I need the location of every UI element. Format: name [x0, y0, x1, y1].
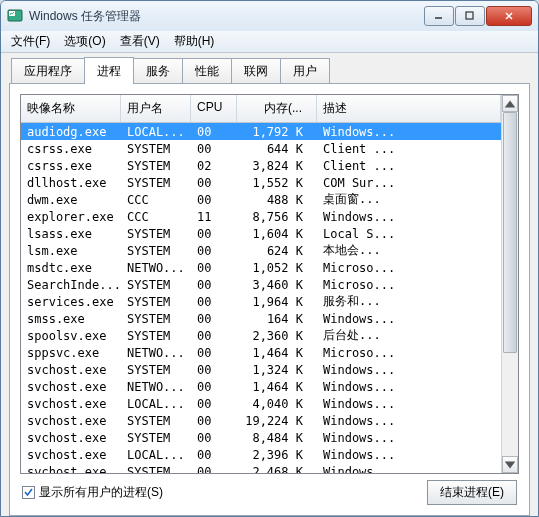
tab-processes[interactable]: 进程 — [84, 57, 134, 84]
table-row[interactable]: svchost.exeSYSTEM008,484 KWindows... — [21, 429, 501, 446]
col-memory[interactable]: 内存(... — [237, 95, 317, 122]
table-row[interactable]: sppsvc.exeNETWO...001,464 KMicroso... — [21, 344, 501, 361]
cell-desc: Client ... — [317, 158, 501, 174]
tab-users[interactable]: 用户 — [280, 58, 330, 83]
show-all-users-checkbox[interactable]: 显示所有用户的进程(S) — [22, 484, 163, 501]
cell-user: NETWO... — [121, 260, 191, 276]
cell-desc: 服务和... — [317, 292, 501, 311]
table-row[interactable]: svchost.exeLOCAL...002,396 KWindows... — [21, 446, 501, 463]
table-row[interactable]: lsass.exeSYSTEM001,604 KLocal S... — [21, 225, 501, 242]
cell-cpu: 00 — [191, 413, 237, 429]
table-row[interactable]: SearchInde...SYSTEM003,460 KMicroso... — [21, 276, 501, 293]
cell-img: csrss.exe — [21, 158, 121, 174]
cell-mem: 3,460 K — [237, 277, 317, 293]
cell-user: SYSTEM — [121, 158, 191, 174]
cell-desc: Windows... — [317, 362, 501, 378]
minimize-button[interactable] — [424, 6, 454, 26]
cell-cpu: 00 — [191, 311, 237, 327]
cell-desc: Windows... — [317, 430, 501, 446]
table-row[interactable]: dllhost.exeSYSTEM001,552 KCOM Sur... — [21, 174, 501, 191]
col-image-name[interactable]: 映像名称 — [21, 95, 121, 122]
table-row[interactable]: csrss.exeSYSTEM023,824 KClient ... — [21, 157, 501, 174]
cell-mem: 1,964 K — [237, 294, 317, 310]
table-row[interactable]: csrss.exeSYSTEM00644 KClient ... — [21, 140, 501, 157]
cell-img: audiodg.exe — [21, 124, 121, 140]
end-process-button[interactable]: 结束进程(E) — [427, 480, 517, 505]
cell-img: services.exe — [21, 294, 121, 310]
cell-cpu: 00 — [191, 243, 237, 259]
scroll-up-button[interactable] — [502, 95, 518, 112]
cell-desc: Windows... — [317, 413, 501, 429]
menu-file[interactable]: 文件(F) — [5, 31, 56, 52]
client-area: 应用程序 进程 服务 性能 联网 用户 映像名称 用户名 CPU 内存(... … — [1, 53, 538, 516]
table-row[interactable]: svchost.exeSYSTEM0019,224 KWindows... — [21, 412, 501, 429]
cell-desc: COM Sur... — [317, 175, 501, 191]
cell-img: msdtc.exe — [21, 260, 121, 276]
table-row[interactable]: audiodg.exeLOCAL...001,792 KWindows... — [21, 123, 501, 140]
table-row[interactable]: msdtc.exeNETWO...001,052 KMicroso... — [21, 259, 501, 276]
window-title: Windows 任务管理器 — [29, 8, 424, 25]
cell-mem: 488 K — [237, 192, 317, 208]
cell-user: SYSTEM — [121, 430, 191, 446]
scroll-thumb[interactable] — [503, 112, 517, 353]
tab-performance[interactable]: 性能 — [182, 58, 232, 83]
cell-desc: Windows... — [317, 124, 501, 140]
table-row[interactable]: services.exeSYSTEM001,964 K服务和... — [21, 293, 501, 310]
cell-cpu: 00 — [191, 175, 237, 191]
cell-user: SYSTEM — [121, 413, 191, 429]
svg-rect-3 — [466, 12, 473, 19]
cell-user: SYSTEM — [121, 294, 191, 310]
cell-user: SYSTEM — [121, 328, 191, 344]
cell-user: SYSTEM — [121, 362, 191, 378]
cell-user: CCC — [121, 209, 191, 225]
cell-user: SYSTEM — [121, 277, 191, 293]
menu-view[interactable]: 查看(V) — [114, 31, 166, 52]
table-row[interactable]: dwm.exeCCC00488 K桌面窗... — [21, 191, 501, 208]
vertical-scrollbar[interactable] — [501, 95, 518, 473]
close-button[interactable] — [486, 6, 532, 26]
tab-services[interactable]: 服务 — [133, 58, 183, 83]
menu-options[interactable]: 选项(O) — [58, 31, 111, 52]
tab-networking[interactable]: 联网 — [231, 58, 281, 83]
titlebar[interactable]: Windows 任务管理器 — [1, 1, 538, 31]
scroll-down-button[interactable] — [502, 456, 518, 473]
table-row[interactable]: svchost.exeLOCAL...004,040 KWindows... — [21, 395, 501, 412]
cell-cpu: 00 — [191, 396, 237, 412]
cell-img: lsass.exe — [21, 226, 121, 242]
col-cpu[interactable]: CPU — [191, 95, 237, 122]
cell-cpu: 00 — [191, 379, 237, 395]
checkbox-icon — [22, 486, 35, 499]
cell-img: svchost.exe — [21, 464, 121, 474]
cell-desc: Microso... — [317, 345, 501, 361]
cell-cpu: 00 — [191, 260, 237, 276]
cell-img: smss.exe — [21, 311, 121, 327]
cell-cpu: 00 — [191, 124, 237, 140]
cell-user: SYSTEM — [121, 226, 191, 242]
maximize-button[interactable] — [455, 6, 485, 26]
scroll-track[interactable] — [502, 112, 518, 456]
table-row[interactable]: spoolsv.exeSYSTEM002,360 K后台处... — [21, 327, 501, 344]
cell-desc: Windows... — [317, 209, 501, 225]
table-row[interactable]: smss.exeSYSTEM00164 KWindows... — [21, 310, 501, 327]
menu-help[interactable]: 帮助(H) — [168, 31, 221, 52]
cell-user: SYSTEM — [121, 311, 191, 327]
table-row[interactable]: svchost.exeSYSTEM001,324 KWindows... — [21, 361, 501, 378]
cell-img: dllhost.exe — [21, 175, 121, 191]
col-description[interactable]: 描述 — [317, 95, 501, 122]
cell-cpu: 00 — [191, 226, 237, 242]
cell-user: LOCAL... — [121, 396, 191, 412]
cell-img: sppsvc.exe — [21, 345, 121, 361]
table-row[interactable]: explorer.exeCCC118,756 KWindows... — [21, 208, 501, 225]
cell-desc: 本地会... — [317, 241, 501, 260]
cell-mem: 1,052 K — [237, 260, 317, 276]
col-user-name[interactable]: 用户名 — [121, 95, 191, 122]
tab-applications[interactable]: 应用程序 — [11, 58, 85, 83]
table-row[interactable]: svchost.exeNETWO...001,464 KWindows... — [21, 378, 501, 395]
cell-cpu: 00 — [191, 430, 237, 446]
process-list: 映像名称 用户名 CPU 内存(... 描述 audiodg.exeLOCAL.… — [20, 94, 519, 474]
table-row[interactable]: svchost.exeSYSTEM002,468 KWindows... — [21, 463, 501, 473]
cell-mem: 1,792 K — [237, 124, 317, 140]
cell-mem: 1,604 K — [237, 226, 317, 242]
cell-img: svchost.exe — [21, 379, 121, 395]
table-row[interactable]: lsm.exeSYSTEM00624 K本地会... — [21, 242, 501, 259]
